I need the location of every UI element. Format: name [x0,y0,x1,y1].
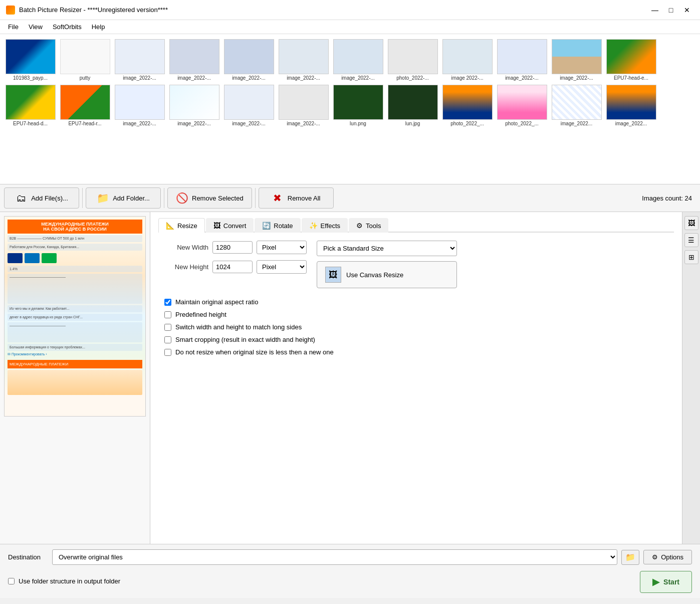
thumbnail-label: 101983_payp... [6,75,56,81]
bottom-footer: Use folder structure in output folder ▶ … [8,569,692,593]
tab-convert[interactable]: 🖼 Convert [206,218,254,233]
thumbnail-label: image 2022-... [442,75,493,81]
list-item[interactable]: image_2022-... [222,38,275,82]
menu-file[interactable]: File [4,21,23,33]
list-item[interactable]: image_2022-... [332,38,384,82]
list-item[interactable]: putty [59,38,111,82]
preview-panel: МЕЖДУНАРОДНЫЕ ПЛАТЕЖИНА СВОЙ АДРЕС В РОС… [0,212,150,544]
remove-all-button[interactable]: ✖ Remove All [259,187,334,209]
thumbnail-label: image_2022-... [552,75,602,81]
menu-bar: File View SoftOrbits Help [0,20,700,34]
predefined-height-checkbox[interactable] [164,311,171,318]
folder-structure-label[interactable]: Use folder structure in output folder [19,577,120,585]
list-item[interactable]: EPU7-head-e... [605,38,657,82]
tab-resize[interactable]: 📐 Resize [158,218,205,233]
list-item[interactable]: image_2022-... [550,38,603,82]
menu-softorbits[interactable]: SoftOrbits [49,21,86,33]
menu-help[interactable]: Help [88,21,109,33]
list-item[interactable]: image_2022-... [168,84,220,127]
canvas-resize-button[interactable]: 🖼 Use Canvas Resize [317,261,457,288]
resize-tab-label: Resize [177,222,197,230]
standard-size-select[interactable]: Pick a Standard Size 800x600 1024x768 12… [317,241,457,256]
remove-selected-icon: 🚫 [176,192,188,204]
image-gallery[interactable]: 101983_payp...puttyimage_2022-...image_2… [0,34,700,184]
predefined-height-label[interactable]: Predefined height [175,311,226,318]
thumbnail-label: image_2022... [606,121,656,126]
maximize-button[interactable]: □ [664,3,678,17]
list-item[interactable]: image_2022-... [277,84,330,127]
start-button[interactable]: ▶ Start [640,571,692,593]
list-item[interactable]: photo_2022_... [441,84,494,127]
list-item[interactable]: photo_2022-... [386,38,439,82]
list-item[interactable]: EPU7-head-d... [4,84,57,127]
convert-tab-label: Convert [223,222,247,230]
remove-selected-button[interactable]: 🚫 Remove Selected [167,187,252,209]
list-item[interactable]: lun.jpg [386,84,439,127]
tab-tools[interactable]: ⚙ Tools [349,218,388,233]
predefined-height-row: Predefined height [158,311,674,318]
destination-browse-button[interactable]: 📁 [621,550,639,565]
destination-select[interactable]: Overwrite original files Save to folder … [52,549,617,565]
height-row: New Height Pixel Percent Inch Cm [158,260,307,274]
options-button[interactable]: ⚙ Options [643,550,692,564]
preview-image-content: МЕЖДУНАРОДНЫЕ ПЛАТЕЖИНА СВОЙ АДРЕС В РОС… [5,217,145,416]
switch-dimensions-row: Switch width and height to match long si… [158,323,674,331]
height-input[interactable] [212,261,253,273]
tab-effects[interactable]: ✨ Effects [302,218,348,233]
width-unit-select[interactable]: Pixel Percent Inch Cm [257,241,307,254]
no-resize-checkbox[interactable] [164,349,171,356]
add-folder-button[interactable]: 📁 Add Folder... [86,187,161,209]
height-unit-select[interactable]: Pixel Percent Inch Cm [257,260,307,274]
list-item[interactable]: image 2022-... [441,38,494,82]
list-item[interactable]: image_2022-... [113,84,166,127]
dimensions-area: New Width Pixel Percent Inch Cm New Heig… [158,241,674,294]
list-item[interactable]: image_2022-... [113,38,166,82]
thumbnail-label: image_2022-... [497,75,547,81]
no-resize-label[interactable]: Do not resize when original size is less… [175,348,334,356]
list-view-button[interactable]: ☰ [684,233,698,247]
maintain-aspect-checkbox[interactable] [164,299,171,306]
smart-cropping-label[interactable]: Smart cropping (result in exact width an… [175,336,315,343]
list-item[interactable]: 101983_payp... [4,38,57,82]
preview-image: МЕЖДУНАРОДНЫЕ ПЛАТЕЖИНА СВОЙ АДРЕС В РОС… [4,216,146,417]
thumbnail-image [169,39,219,74]
tabs-container: 📐 Resize 🖼 Convert 🔄 Rotate ✨ Effects ⚙ [158,218,674,233]
thumbnail-image [442,85,493,120]
list-item[interactable]: lun.png [332,84,384,127]
width-input[interactable] [212,241,253,254]
list-item[interactable]: image_2022... [605,84,657,127]
list-item[interactable]: image_2022-... [496,38,548,82]
effects-tab-icon: ✨ [309,222,318,230]
thumbnail-label: image_2022-... [279,75,329,81]
thumbnail-image [6,39,56,74]
start-icon: ▶ [652,576,659,587]
add-files-button[interactable]: 🗂 Add File(s)... [4,187,79,209]
list-item[interactable]: photo_2022_... [496,84,548,127]
maintain-aspect-label[interactable]: Maintain original aspect ratio [175,298,258,306]
folder-structure-checkbox[interactable] [8,578,15,584]
table-view-button[interactable]: ⊞ [684,250,698,264]
close-button[interactable]: ✕ [680,3,694,17]
smart-cropping-checkbox[interactable] [164,336,171,343]
title-bar-left: Batch Picture Resizer - ****Unregistered… [6,6,168,15]
switch-dimensions-label[interactable]: Switch width and height to match long si… [175,323,302,331]
options-gear-icon: ⚙ [652,553,658,561]
list-item[interactable]: image_2022... [550,84,603,127]
thumbnail-label: photo_2022_... [497,121,547,126]
thumbnail-image [169,85,219,120]
switch-dimensions-checkbox[interactable] [164,324,171,331]
thumbnail-label: image_2022-... [333,75,383,81]
list-item[interactable]: image_2022-... [277,38,330,82]
thumbnail-label: image_2022-... [224,75,274,81]
list-item[interactable]: EPU7-head-r... [59,84,111,127]
folder-structure-row: Use folder structure in output folder [8,577,120,585]
list-item[interactable]: image_2022-... [222,84,275,127]
tools-tab-label: Tools [366,222,381,230]
gallery-view-button[interactable]: 🖼 [684,216,698,230]
list-item[interactable]: image_2022-... [168,38,220,82]
minimize-button[interactable]: — [648,3,662,17]
thumbnail-image [388,85,438,120]
destination-label: Destination [8,553,48,561]
tab-rotate[interactable]: 🔄 Rotate [255,218,300,233]
menu-view[interactable]: View [25,21,47,33]
